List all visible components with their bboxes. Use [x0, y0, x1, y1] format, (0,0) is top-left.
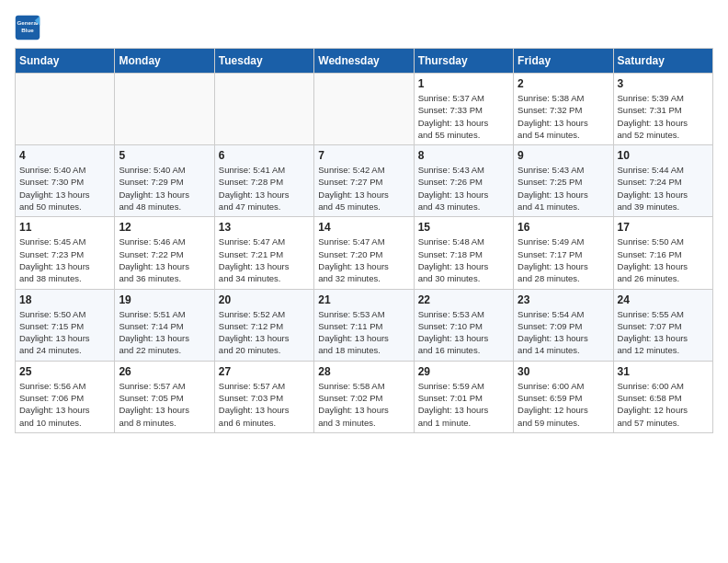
day-info: Sunrise: 5:47 AM Sunset: 7:21 PM Dayligh…	[219, 236, 310, 284]
calendar-cell: 13Sunrise: 5:47 AM Sunset: 7:21 PM Dayli…	[214, 217, 313, 289]
day-number: 25	[19, 365, 110, 378]
day-info: Sunrise: 5:59 AM Sunset: 7:01 PM Dayligh…	[418, 380, 509, 429]
col-header-sunday: Sunday	[16, 49, 115, 74]
calendar-cell: 1Sunrise: 5:37 AM Sunset: 7:33 PM Daylig…	[414, 74, 513, 145]
day-info: Sunrise: 5:55 AM Sunset: 7:07 PM Dayligh…	[618, 308, 709, 357]
day-number: 22	[418, 293, 509, 306]
calendar-cell: 5Sunrise: 5:40 AM Sunset: 7:29 PM Daylig…	[115, 145, 214, 217]
calendar-header: SundayMondayTuesdayWednesdayThursdayFrid…	[16, 49, 713, 74]
day-info: Sunrise: 5:57 AM Sunset: 7:05 PM Dayligh…	[119, 380, 210, 429]
day-info: Sunrise: 5:57 AM Sunset: 7:03 PM Dayligh…	[219, 380, 310, 429]
day-number: 21	[318, 293, 409, 306]
calendar-cell: 22Sunrise: 5:53 AM Sunset: 7:10 PM Dayli…	[414, 289, 513, 361]
day-number: 6	[219, 149, 310, 162]
day-number: 19	[119, 293, 210, 306]
day-info: Sunrise: 5:39 AM Sunset: 7:31 PM Dayligh…	[618, 92, 709, 141]
calendar-cell: 24Sunrise: 5:55 AM Sunset: 7:07 PM Dayli…	[613, 289, 712, 361]
day-number: 9	[518, 149, 609, 162]
day-info: Sunrise: 5:49 AM Sunset: 7:17 PM Dayligh…	[518, 236, 609, 284]
day-info: Sunrise: 5:54 AM Sunset: 7:09 PM Dayligh…	[518, 308, 609, 357]
day-info: Sunrise: 5:45 AM Sunset: 7:23 PM Dayligh…	[19, 236, 110, 284]
day-number: 31	[618, 365, 709, 378]
day-info: Sunrise: 5:40 AM Sunset: 7:30 PM Dayligh…	[19, 164, 110, 213]
calendar-cell: 31Sunrise: 6:00 AM Sunset: 6:58 PM Dayli…	[613, 361, 712, 432]
calendar-cell: 9Sunrise: 5:43 AM Sunset: 7:25 PM Daylig…	[514, 145, 613, 217]
day-number: 15	[418, 221, 509, 234]
day-number: 24	[618, 293, 709, 306]
calendar-cell: 30Sunrise: 6:00 AM Sunset: 6:59 PM Dayli…	[514, 361, 613, 432]
col-header-wednesday: Wednesday	[314, 49, 414, 74]
day-number: 12	[119, 221, 210, 234]
day-info: Sunrise: 5:48 AM Sunset: 7:18 PM Dayligh…	[418, 236, 509, 284]
day-number: 13	[219, 221, 310, 234]
calendar-cell	[115, 74, 214, 145]
calendar-cell: 12Sunrise: 5:46 AM Sunset: 7:22 PM Dayli…	[115, 217, 214, 289]
calendar-cell: 14Sunrise: 5:47 AM Sunset: 7:20 PM Dayli…	[314, 217, 414, 289]
day-info: Sunrise: 5:50 AM Sunset: 7:15 PM Dayligh…	[19, 308, 110, 357]
logo: General Blue	[15, 15, 42, 40]
calendar-week-2: 4Sunrise: 5:40 AM Sunset: 7:30 PM Daylig…	[16, 145, 713, 217]
day-info: Sunrise: 5:43 AM Sunset: 7:26 PM Dayligh…	[418, 164, 509, 213]
day-info: Sunrise: 5:53 AM Sunset: 7:11 PM Dayligh…	[318, 308, 409, 357]
col-header-monday: Monday	[115, 49, 214, 74]
calendar-cell: 7Sunrise: 5:42 AM Sunset: 7:27 PM Daylig…	[314, 145, 414, 217]
day-number: 7	[318, 149, 409, 162]
day-info: Sunrise: 5:41 AM Sunset: 7:28 PM Dayligh…	[219, 164, 310, 213]
calendar-cell: 25Sunrise: 5:56 AM Sunset: 7:06 PM Dayli…	[16, 361, 115, 432]
calendar-cell: 17Sunrise: 5:50 AM Sunset: 7:16 PM Dayli…	[613, 217, 712, 289]
day-info: Sunrise: 5:47 AM Sunset: 7:20 PM Dayligh…	[318, 236, 409, 284]
calendar-cell: 28Sunrise: 5:58 AM Sunset: 7:02 PM Dayli…	[314, 361, 414, 432]
calendar-cell: 11Sunrise: 5:45 AM Sunset: 7:23 PM Dayli…	[16, 217, 115, 289]
header-row: SundayMondayTuesdayWednesdayThursdayFrid…	[16, 49, 713, 74]
calendar-cell: 26Sunrise: 5:57 AM Sunset: 7:05 PM Dayli…	[115, 361, 214, 432]
day-info: Sunrise: 5:37 AM Sunset: 7:33 PM Dayligh…	[418, 92, 509, 141]
svg-text:Blue: Blue	[21, 27, 34, 33]
day-number: 10	[618, 149, 709, 162]
calendar-cell: 21Sunrise: 5:53 AM Sunset: 7:11 PM Dayli…	[314, 289, 414, 361]
calendar-cell: 8Sunrise: 5:43 AM Sunset: 7:26 PM Daylig…	[414, 145, 513, 217]
calendar-cell	[314, 74, 414, 145]
day-info: Sunrise: 5:43 AM Sunset: 7:25 PM Dayligh…	[518, 164, 609, 213]
day-info: Sunrise: 5:38 AM Sunset: 7:32 PM Dayligh…	[518, 92, 609, 141]
day-number: 5	[119, 149, 210, 162]
calendar-cell: 23Sunrise: 5:54 AM Sunset: 7:09 PM Dayli…	[514, 289, 613, 361]
day-number: 28	[318, 365, 409, 378]
day-number: 16	[518, 221, 609, 234]
calendar-cell: 16Sunrise: 5:49 AM Sunset: 7:17 PM Dayli…	[514, 217, 613, 289]
day-info: Sunrise: 5:53 AM Sunset: 7:10 PM Dayligh…	[418, 308, 509, 357]
day-number: 2	[518, 77, 609, 90]
col-header-thursday: Thursday	[414, 49, 513, 74]
day-number: 14	[318, 221, 409, 234]
day-number: 1	[418, 77, 509, 90]
day-number: 29	[418, 365, 509, 378]
day-info: Sunrise: 5:46 AM Sunset: 7:22 PM Dayligh…	[119, 236, 210, 284]
day-number: 30	[518, 365, 609, 378]
calendar-cell: 6Sunrise: 5:41 AM Sunset: 7:28 PM Daylig…	[214, 145, 313, 217]
calendar-week-1: 1Sunrise: 5:37 AM Sunset: 7:33 PM Daylig…	[16, 74, 713, 145]
page-header: General Blue	[15, 15, 713, 40]
calendar-cell: 19Sunrise: 5:51 AM Sunset: 7:14 PM Dayli…	[115, 289, 214, 361]
calendar-cell: 20Sunrise: 5:52 AM Sunset: 7:12 PM Dayli…	[214, 289, 313, 361]
day-info: Sunrise: 5:52 AM Sunset: 7:12 PM Dayligh…	[219, 308, 310, 357]
calendar-week-5: 25Sunrise: 5:56 AM Sunset: 7:06 PM Dayli…	[16, 361, 713, 432]
col-header-tuesday: Tuesday	[214, 49, 313, 74]
col-header-saturday: Saturday	[613, 49, 712, 74]
calendar-cell: 27Sunrise: 5:57 AM Sunset: 7:03 PM Dayli…	[214, 361, 313, 432]
calendar-cell: 29Sunrise: 5:59 AM Sunset: 7:01 PM Dayli…	[414, 361, 513, 432]
calendar-cell	[16, 74, 115, 145]
day-info: Sunrise: 5:56 AM Sunset: 7:06 PM Dayligh…	[19, 380, 110, 429]
day-info: Sunrise: 5:44 AM Sunset: 7:24 PM Dayligh…	[618, 164, 709, 213]
day-number: 11	[19, 221, 110, 234]
calendar-week-3: 11Sunrise: 5:45 AM Sunset: 7:23 PM Dayli…	[16, 217, 713, 289]
calendar-week-4: 18Sunrise: 5:50 AM Sunset: 7:15 PM Dayli…	[16, 289, 713, 361]
day-info: Sunrise: 5:51 AM Sunset: 7:14 PM Dayligh…	[119, 308, 210, 357]
day-info: Sunrise: 5:50 AM Sunset: 7:16 PM Dayligh…	[618, 236, 709, 284]
day-info: Sunrise: 5:58 AM Sunset: 7:02 PM Dayligh…	[318, 380, 409, 429]
calendar-cell: 18Sunrise: 5:50 AM Sunset: 7:15 PM Dayli…	[16, 289, 115, 361]
day-info: Sunrise: 6:00 AM Sunset: 6:58 PM Dayligh…	[618, 380, 709, 429]
calendar-cell	[214, 74, 313, 145]
logo-icon: General Blue	[15, 15, 40, 40]
col-header-friday: Friday	[514, 49, 613, 74]
calendar-cell: 10Sunrise: 5:44 AM Sunset: 7:24 PM Dayli…	[613, 145, 712, 217]
calendar-cell: 3Sunrise: 5:39 AM Sunset: 7:31 PM Daylig…	[613, 74, 712, 145]
